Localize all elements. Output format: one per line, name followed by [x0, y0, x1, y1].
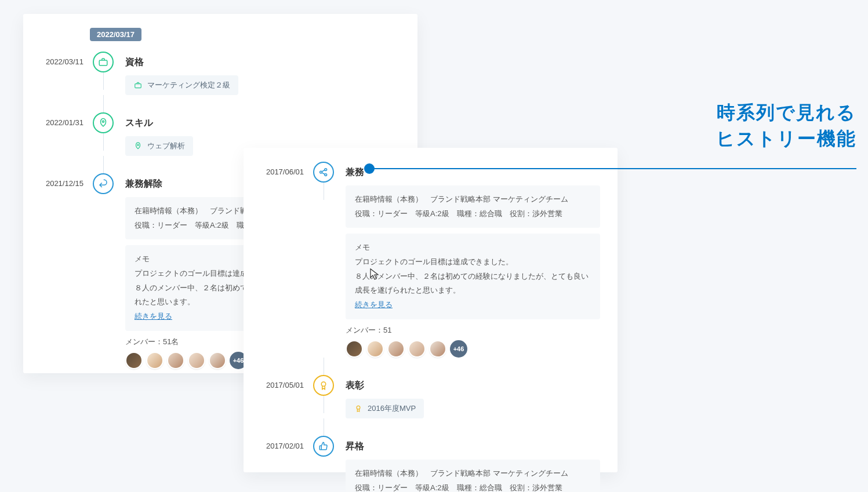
read-more-link[interactable]: 続きを見る — [355, 300, 393, 309]
members-label: メンバー：51 — [346, 325, 600, 336]
avatar[interactable] — [188, 352, 205, 369]
svg-point-2 — [103, 121, 104, 122]
callout-connector-line — [369, 168, 856, 169]
qualification-tag[interactable]: マーケティング検定２級 — [125, 75, 238, 95]
timeline-row: 2017/06/01 兼務 在籍時情報（本務） ブランド戦略本部 マーケティング… — [261, 162, 600, 375]
share-icon — [313, 162, 334, 183]
svg-point-3 — [137, 144, 139, 145]
date-pill-header: 2022/03/17 — [90, 28, 141, 41]
tag-label: 2016年度MVP — [368, 403, 416, 414]
avatar[interactable] — [125, 352, 143, 369]
timeline-date: 2021/12/15 — [41, 173, 92, 188]
timeline-card-front: 2017/06/01 兼務 在籍時情報（本務） ブランド戦略本部 マーケティング… — [244, 148, 618, 472]
avatar-row: +46 — [346, 340, 600, 358]
tag-label: ウェブ解析 — [147, 141, 185, 151]
callout-line1: 時系列で見れる — [716, 100, 856, 126]
avatar[interactable] — [387, 340, 405, 358]
avatar[interactable] — [146, 352, 164, 369]
award-tag[interactable]: 2016年度MVP — [346, 399, 424, 418]
timeline-date: 2017/05/01 — [261, 375, 312, 389]
avatar[interactable] — [346, 340, 363, 358]
avatar[interactable] — [408, 340, 426, 358]
feature-callout: 時系列で見れる ヒストリー機能 — [716, 100, 856, 163]
avatar[interactable] — [167, 352, 184, 369]
award-icon — [313, 375, 334, 396]
svg-rect-1 — [135, 84, 141, 88]
callout-line2: ヒストリー機能 — [716, 126, 856, 152]
timeline-date: 2017/06/01 — [261, 162, 312, 176]
timeline-title: スキル — [125, 112, 400, 129]
avatar[interactable] — [209, 352, 226, 369]
svg-point-6 — [325, 174, 327, 176]
thumbs-up-icon — [313, 436, 334, 457]
avatar-overflow-count[interactable]: +46 — [450, 340, 467, 358]
assignment-info: 在籍時情報（本務） ブランド戦略本部 マーケティングチーム 役職：リーダー 等級… — [346, 185, 600, 228]
timeline-title: 兼務 — [346, 162, 600, 178]
briefcase-icon — [133, 81, 143, 90]
timeline-title: 表彰 — [346, 375, 600, 392]
back-arrow-icon — [93, 173, 114, 194]
award-icon — [354, 404, 363, 413]
memo-block: メモ プロジェクトのゴール目標は達成できました。 ８人のメンバー中、２名は初めて… — [346, 234, 600, 319]
rocket-icon — [93, 112, 114, 133]
avatar[interactable] — [366, 340, 384, 358]
tag-label: マーケティング検定２級 — [147, 80, 230, 90]
briefcase-icon — [93, 52, 114, 72]
skill-tag[interactable]: ウェブ解析 — [125, 136, 193, 156]
timeline-row: 2017/02/01 昇格 在籍時情報（本務） ブランド戦略本部 マーケティング… — [261, 436, 600, 492]
svg-point-8 — [357, 406, 360, 409]
rocket-icon — [133, 141, 143, 151]
avatar[interactable] — [429, 340, 446, 358]
svg-point-5 — [325, 169, 327, 171]
callout-connector-dot — [364, 163, 375, 174]
timeline-title: 資格 — [125, 52, 400, 68]
timeline-date: 2022/03/11 — [41, 52, 92, 66]
timeline-date: 2022/01/31 — [41, 112, 92, 127]
svg-point-7 — [321, 382, 326, 387]
read-more-link[interactable]: 続きを見る — [135, 312, 172, 320]
svg-point-4 — [320, 171, 322, 173]
timeline-row: 2017/05/01 表彰 2016年度MVP — [261, 375, 600, 436]
timeline-date: 2017/02/01 — [261, 436, 312, 450]
svg-rect-0 — [99, 60, 107, 65]
assignment-info: 在籍時情報（本務） ブランド戦略本部 マーケティングチーム 役職：リーダー 等級… — [346, 460, 600, 492]
timeline-row: 2022/03/11 資格 マーケティング検定２級 — [41, 52, 400, 112]
timeline-title: 昇格 — [346, 436, 600, 453]
